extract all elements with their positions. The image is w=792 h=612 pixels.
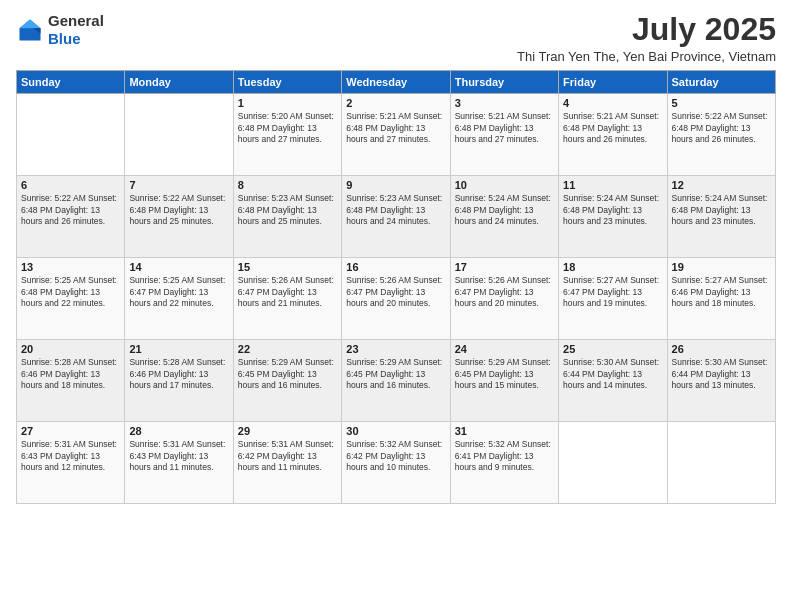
weekday-row: Sunday Monday Tuesday Wednesday Thursday…: [17, 71, 776, 94]
calendar-cell: 4Sunrise: 5:21 AM Sunset: 6:48 PM Daylig…: [559, 94, 667, 176]
day-info: Sunrise: 5:26 AM Sunset: 6:47 PM Dayligh…: [455, 275, 554, 309]
calendar-cell: 19Sunrise: 5:27 AM Sunset: 6:46 PM Dayli…: [667, 258, 775, 340]
day-info: Sunrise: 5:31 AM Sunset: 6:43 PM Dayligh…: [21, 439, 120, 473]
day-info: Sunrise: 5:30 AM Sunset: 6:44 PM Dayligh…: [563, 357, 662, 391]
day-number: 21: [129, 343, 228, 355]
logo-icon: [16, 16, 44, 44]
calendar-cell: 20Sunrise: 5:28 AM Sunset: 6:46 PM Dayli…: [17, 340, 125, 422]
header-thursday: Thursday: [450, 71, 558, 94]
day-number: 23: [346, 343, 445, 355]
calendar-week-5: 27Sunrise: 5:31 AM Sunset: 6:43 PM Dayli…: [17, 422, 776, 504]
calendar-cell: 9Sunrise: 5:23 AM Sunset: 6:48 PM Daylig…: [342, 176, 450, 258]
day-number: 16: [346, 261, 445, 273]
calendar-cell: 24Sunrise: 5:29 AM Sunset: 6:45 PM Dayli…: [450, 340, 558, 422]
header-monday: Monday: [125, 71, 233, 94]
day-info: Sunrise: 5:30 AM Sunset: 6:44 PM Dayligh…: [672, 357, 771, 391]
calendar-cell: 14Sunrise: 5:25 AM Sunset: 6:47 PM Dayli…: [125, 258, 233, 340]
day-number: 2: [346, 97, 445, 109]
day-number: 31: [455, 425, 554, 437]
calendar-cell: 10Sunrise: 5:24 AM Sunset: 6:48 PM Dayli…: [450, 176, 558, 258]
day-info: Sunrise: 5:28 AM Sunset: 6:46 PM Dayligh…: [129, 357, 228, 391]
day-number: 7: [129, 179, 228, 191]
calendar-cell: 18Sunrise: 5:27 AM Sunset: 6:47 PM Dayli…: [559, 258, 667, 340]
day-info: Sunrise: 5:22 AM Sunset: 6:48 PM Dayligh…: [129, 193, 228, 227]
logo-general: General: [48, 12, 104, 30]
header-tuesday: Tuesday: [233, 71, 341, 94]
day-info: Sunrise: 5:32 AM Sunset: 6:41 PM Dayligh…: [455, 439, 554, 473]
calendar-cell: 26Sunrise: 5:30 AM Sunset: 6:44 PM Dayli…: [667, 340, 775, 422]
day-number: 24: [455, 343, 554, 355]
day-info: Sunrise: 5:21 AM Sunset: 6:48 PM Dayligh…: [455, 111, 554, 145]
calendar-cell: 5Sunrise: 5:22 AM Sunset: 6:48 PM Daylig…: [667, 94, 775, 176]
calendar-cell: [125, 94, 233, 176]
calendar-cell: [667, 422, 775, 504]
calendar-cell: 12Sunrise: 5:24 AM Sunset: 6:48 PM Dayli…: [667, 176, 775, 258]
day-info: Sunrise: 5:26 AM Sunset: 6:47 PM Dayligh…: [238, 275, 337, 309]
calendar-week-4: 20Sunrise: 5:28 AM Sunset: 6:46 PM Dayli…: [17, 340, 776, 422]
day-info: Sunrise: 5:31 AM Sunset: 6:42 PM Dayligh…: [238, 439, 337, 473]
calendar-cell: 16Sunrise: 5:26 AM Sunset: 6:47 PM Dayli…: [342, 258, 450, 340]
day-info: Sunrise: 5:24 AM Sunset: 6:48 PM Dayligh…: [563, 193, 662, 227]
day-number: 5: [672, 97, 771, 109]
svg-marker-1: [20, 20, 41, 29]
day-number: 19: [672, 261, 771, 273]
logo-text: General Blue: [48, 12, 104, 48]
calendar-cell: 30Sunrise: 5:32 AM Sunset: 6:42 PM Dayli…: [342, 422, 450, 504]
calendar-cell: 17Sunrise: 5:26 AM Sunset: 6:47 PM Dayli…: [450, 258, 558, 340]
header-sunday: Sunday: [17, 71, 125, 94]
day-number: 9: [346, 179, 445, 191]
calendar-cell: 7Sunrise: 5:22 AM Sunset: 6:48 PM Daylig…: [125, 176, 233, 258]
day-number: 20: [21, 343, 120, 355]
calendar-cell: 1Sunrise: 5:20 AM Sunset: 6:48 PM Daylig…: [233, 94, 341, 176]
day-number: 1: [238, 97, 337, 109]
day-number: 11: [563, 179, 662, 191]
calendar-week-1: 1Sunrise: 5:20 AM Sunset: 6:48 PM Daylig…: [17, 94, 776, 176]
day-info: Sunrise: 5:28 AM Sunset: 6:46 PM Dayligh…: [21, 357, 120, 391]
day-number: 14: [129, 261, 228, 273]
day-info: Sunrise: 5:21 AM Sunset: 6:48 PM Dayligh…: [346, 111, 445, 145]
day-number: 6: [21, 179, 120, 191]
day-info: Sunrise: 5:24 AM Sunset: 6:48 PM Dayligh…: [672, 193, 771, 227]
day-number: 10: [455, 179, 554, 191]
day-number: 29: [238, 425, 337, 437]
day-number: 28: [129, 425, 228, 437]
day-info: Sunrise: 5:23 AM Sunset: 6:48 PM Dayligh…: [238, 193, 337, 227]
day-number: 15: [238, 261, 337, 273]
calendar-week-3: 13Sunrise: 5:25 AM Sunset: 6:48 PM Dayli…: [17, 258, 776, 340]
calendar-table: Sunday Monday Tuesday Wednesday Thursday…: [16, 70, 776, 504]
calendar-cell: 29Sunrise: 5:31 AM Sunset: 6:42 PM Dayli…: [233, 422, 341, 504]
day-info: Sunrise: 5:25 AM Sunset: 6:48 PM Dayligh…: [21, 275, 120, 309]
calendar-cell: 22Sunrise: 5:29 AM Sunset: 6:45 PM Dayli…: [233, 340, 341, 422]
day-number: 4: [563, 97, 662, 109]
day-info: Sunrise: 5:23 AM Sunset: 6:48 PM Dayligh…: [346, 193, 445, 227]
calendar-cell: 6Sunrise: 5:22 AM Sunset: 6:48 PM Daylig…: [17, 176, 125, 258]
header-friday: Friday: [559, 71, 667, 94]
calendar-cell: 21Sunrise: 5:28 AM Sunset: 6:46 PM Dayli…: [125, 340, 233, 422]
page: General Blue July 2025 Thi Tran Yen The,…: [0, 0, 792, 612]
calendar-cell: 23Sunrise: 5:29 AM Sunset: 6:45 PM Dayli…: [342, 340, 450, 422]
header: General Blue July 2025 Thi Tran Yen The,…: [16, 12, 776, 64]
calendar-week-2: 6Sunrise: 5:22 AM Sunset: 6:48 PM Daylig…: [17, 176, 776, 258]
day-info: Sunrise: 5:29 AM Sunset: 6:45 PM Dayligh…: [346, 357, 445, 391]
day-info: Sunrise: 5:24 AM Sunset: 6:48 PM Dayligh…: [455, 193, 554, 227]
calendar-cell: [559, 422, 667, 504]
logo: General Blue: [16, 12, 104, 48]
calendar-cell: 25Sunrise: 5:30 AM Sunset: 6:44 PM Dayli…: [559, 340, 667, 422]
day-info: Sunrise: 5:22 AM Sunset: 6:48 PM Dayligh…: [672, 111, 771, 145]
logo-blue: Blue: [48, 30, 104, 48]
calendar-cell: 3Sunrise: 5:21 AM Sunset: 6:48 PM Daylig…: [450, 94, 558, 176]
day-info: Sunrise: 5:25 AM Sunset: 6:47 PM Dayligh…: [129, 275, 228, 309]
day-number: 22: [238, 343, 337, 355]
day-info: Sunrise: 5:21 AM Sunset: 6:48 PM Dayligh…: [563, 111, 662, 145]
day-number: 30: [346, 425, 445, 437]
calendar-cell: 2Sunrise: 5:21 AM Sunset: 6:48 PM Daylig…: [342, 94, 450, 176]
calendar-cell: 11Sunrise: 5:24 AM Sunset: 6:48 PM Dayli…: [559, 176, 667, 258]
day-info: Sunrise: 5:26 AM Sunset: 6:47 PM Dayligh…: [346, 275, 445, 309]
day-info: Sunrise: 5:29 AM Sunset: 6:45 PM Dayligh…: [455, 357, 554, 391]
title-section: July 2025 Thi Tran Yen The, Yen Bai Prov…: [517, 12, 776, 64]
day-number: 18: [563, 261, 662, 273]
header-wednesday: Wednesday: [342, 71, 450, 94]
day-number: 12: [672, 179, 771, 191]
day-number: 3: [455, 97, 554, 109]
header-saturday: Saturday: [667, 71, 775, 94]
